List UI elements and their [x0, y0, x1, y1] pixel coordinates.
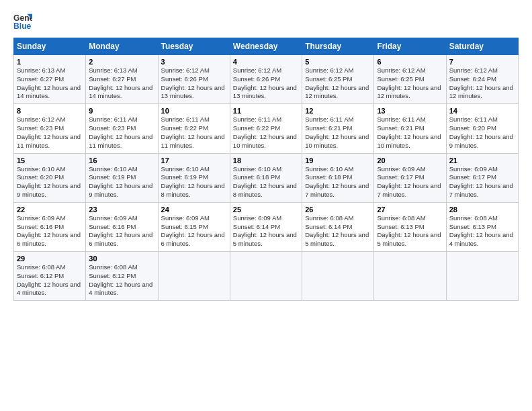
- day-details: Sunrise: 6:12 AMSunset: 6:23 PMDaylight:…: [17, 116, 83, 150]
- day-details: Sunrise: 6:11 AMSunset: 6:22 PMDaylight:…: [161, 116, 227, 150]
- calendar-cell: 28Sunrise: 6:08 AMSunset: 6:13 PMDayligh…: [446, 202, 518, 251]
- day-details: Sunrise: 6:11 AMSunset: 6:21 PMDaylight:…: [305, 116, 371, 150]
- day-details: Sunrise: 6:09 AMSunset: 6:16 PMDaylight:…: [17, 214, 83, 248]
- day-number: 23: [89, 205, 154, 214]
- day-details: Sunrise: 6:08 AMSunset: 6:12 PMDaylight:…: [89, 263, 154, 298]
- calendar-cell: [158, 252, 230, 301]
- day-number: 1: [17, 58, 83, 66]
- day-number: 28: [449, 205, 515, 214]
- svg-text:Blue: Blue: [13, 21, 32, 31]
- calendar-week-5: 29Sunrise: 6:08 AMSunset: 6:12 PMDayligh…: [14, 252, 519, 301]
- day-number: 11: [233, 107, 299, 115]
- logo-icon: General Blue: [13, 12, 32, 31]
- day-number: 24: [161, 205, 227, 214]
- calendar-cell: 18Sunrise: 6:10 AMSunset: 6:18 PMDayligh…: [230, 153, 302, 202]
- calendar-cell: [374, 252, 446, 301]
- day-number: 4: [233, 58, 299, 66]
- day-number: 17: [161, 156, 227, 165]
- calendar-cell: 2Sunrise: 6:13 AMSunset: 6:27 PMDaylight…: [86, 55, 158, 104]
- calendar-cell: 1Sunrise: 6:13 AMSunset: 6:27 PMDaylight…: [14, 55, 86, 104]
- day-details: Sunrise: 6:10 AMSunset: 6:19 PMDaylight:…: [89, 165, 154, 199]
- weekday-header-tuesday: Tuesday: [158, 38, 230, 55]
- day-details: Sunrise: 6:12 AMSunset: 6:26 PMDaylight:…: [233, 66, 299, 101]
- calendar-cell: 20Sunrise: 6:09 AMSunset: 6:17 PMDayligh…: [374, 153, 446, 202]
- calendar-cell: 30Sunrise: 6:08 AMSunset: 6:12 PMDayligh…: [86, 252, 158, 301]
- calendar-cell: 27Sunrise: 6:08 AMSunset: 6:13 PMDayligh…: [374, 202, 446, 251]
- day-details: Sunrise: 6:13 AMSunset: 6:27 PMDaylight:…: [89, 66, 154, 101]
- calendar-cell: 15Sunrise: 6:10 AMSunset: 6:20 PMDayligh…: [14, 153, 86, 202]
- calendar-cell: 13Sunrise: 6:11 AMSunset: 6:21 PMDayligh…: [374, 104, 446, 153]
- weekday-header-monday: Monday: [86, 38, 158, 55]
- calendar-cell: 19Sunrise: 6:10 AMSunset: 6:18 PMDayligh…: [302, 153, 374, 202]
- day-number: 29: [17, 255, 83, 263]
- day-number: 2: [89, 58, 154, 66]
- calendar-cell: 7Sunrise: 6:12 AMSunset: 6:24 PMDaylight…: [446, 55, 518, 104]
- day-number: 14: [449, 107, 515, 115]
- day-details: Sunrise: 6:09 AMSunset: 6:17 PMDaylight:…: [449, 165, 515, 199]
- weekday-header-sunday: Sunday: [14, 38, 86, 55]
- calendar-cell: 21Sunrise: 6:09 AMSunset: 6:17 PMDayligh…: [446, 153, 518, 202]
- weekday-header-friday: Friday: [374, 38, 446, 55]
- calendar-cell: 8Sunrise: 6:12 AMSunset: 6:23 PMDaylight…: [14, 104, 86, 153]
- day-number: 10: [161, 107, 227, 115]
- calendar-cell: 4Sunrise: 6:12 AMSunset: 6:26 PMDaylight…: [230, 55, 302, 104]
- day-details: Sunrise: 6:08 AMSunset: 6:13 PMDaylight:…: [377, 214, 443, 248]
- calendar-cell: 11Sunrise: 6:11 AMSunset: 6:22 PMDayligh…: [230, 104, 302, 153]
- calendar-cell: 14Sunrise: 6:11 AMSunset: 6:20 PMDayligh…: [446, 104, 518, 153]
- calendar-cell: 12Sunrise: 6:11 AMSunset: 6:21 PMDayligh…: [302, 104, 374, 153]
- day-number: 30: [89, 255, 154, 263]
- day-number: 12: [305, 107, 371, 115]
- weekday-header-row: SundayMondayTuesdayWednesdayThursdayFrid…: [14, 38, 519, 55]
- day-details: Sunrise: 6:08 AMSunset: 6:12 PMDaylight:…: [17, 263, 83, 298]
- day-number: 7: [449, 58, 515, 66]
- calendar-cell: 24Sunrise: 6:09 AMSunset: 6:15 PMDayligh…: [158, 202, 230, 251]
- day-number: 8: [17, 107, 83, 115]
- day-details: Sunrise: 6:11 AMSunset: 6:22 PMDaylight:…: [233, 116, 299, 150]
- calendar-cell: 25Sunrise: 6:09 AMSunset: 6:14 PMDayligh…: [230, 202, 302, 251]
- day-details: Sunrise: 6:10 AMSunset: 6:18 PMDaylight:…: [305, 165, 371, 199]
- calendar-week-1: 1Sunrise: 6:13 AMSunset: 6:27 PMDaylight…: [14, 55, 519, 104]
- day-number: 5: [305, 58, 371, 66]
- day-number: 21: [449, 156, 515, 165]
- calendar-cell: 10Sunrise: 6:11 AMSunset: 6:22 PMDayligh…: [158, 104, 230, 153]
- day-details: Sunrise: 6:09 AMSunset: 6:16 PMDaylight:…: [89, 214, 154, 248]
- day-details: Sunrise: 6:11 AMSunset: 6:20 PMDaylight:…: [449, 116, 515, 150]
- calendar-cell: 26Sunrise: 6:08 AMSunset: 6:14 PMDayligh…: [302, 202, 374, 251]
- day-details: Sunrise: 6:10 AMSunset: 6:19 PMDaylight:…: [161, 165, 227, 199]
- day-number: 22: [17, 205, 83, 214]
- day-number: 9: [89, 107, 154, 115]
- calendar-table: SundayMondayTuesdayWednesdayThursdayFrid…: [13, 38, 519, 301]
- day-number: 26: [305, 205, 371, 214]
- day-number: 18: [233, 156, 299, 165]
- day-details: Sunrise: 6:12 AMSunset: 6:25 PMDaylight:…: [377, 66, 443, 101]
- calendar-cell: 3Sunrise: 6:12 AMSunset: 6:26 PMDaylight…: [158, 55, 230, 104]
- calendar-week-4: 22Sunrise: 6:09 AMSunset: 6:16 PMDayligh…: [14, 202, 519, 251]
- calendar-cell: [446, 252, 518, 301]
- day-details: Sunrise: 6:12 AMSunset: 6:24 PMDaylight:…: [449, 66, 515, 101]
- calendar-cell: [302, 252, 374, 301]
- weekday-header-saturday: Saturday: [446, 38, 518, 55]
- day-number: 13: [377, 107, 443, 115]
- day-details: Sunrise: 6:09 AMSunset: 6:17 PMDaylight:…: [377, 165, 443, 199]
- day-number: 16: [89, 156, 154, 165]
- day-details: Sunrise: 6:09 AMSunset: 6:14 PMDaylight:…: [233, 214, 299, 248]
- day-number: 3: [161, 58, 227, 66]
- calendar-cell: 23Sunrise: 6:09 AMSunset: 6:16 PMDayligh…: [86, 202, 158, 251]
- day-details: Sunrise: 6:11 AMSunset: 6:21 PMDaylight:…: [377, 116, 443, 150]
- day-details: Sunrise: 6:08 AMSunset: 6:13 PMDaylight:…: [449, 214, 515, 248]
- weekday-header-wednesday: Wednesday: [230, 38, 302, 55]
- day-number: 25: [233, 205, 299, 214]
- day-number: 27: [377, 205, 443, 214]
- page: General Blue SundayMondayTuesdayWednesda…: [0, 0, 532, 411]
- day-details: Sunrise: 6:12 AMSunset: 6:25 PMDaylight:…: [305, 66, 371, 101]
- calendar-cell: [230, 252, 302, 301]
- logo: General Blue: [13, 12, 35, 31]
- calendar-cell: 5Sunrise: 6:12 AMSunset: 6:25 PMDaylight…: [302, 55, 374, 104]
- calendar-cell: 16Sunrise: 6:10 AMSunset: 6:19 PMDayligh…: [86, 153, 158, 202]
- calendar-cell: 9Sunrise: 6:11 AMSunset: 6:23 PMDaylight…: [86, 104, 158, 153]
- calendar-cell: 29Sunrise: 6:08 AMSunset: 6:12 PMDayligh…: [14, 252, 86, 301]
- header: General Blue: [13, 12, 519, 31]
- weekday-header-thursday: Thursday: [302, 38, 374, 55]
- day-details: Sunrise: 6:13 AMSunset: 6:27 PMDaylight:…: [17, 66, 83, 101]
- day-details: Sunrise: 6:10 AMSunset: 6:18 PMDaylight:…: [233, 165, 299, 199]
